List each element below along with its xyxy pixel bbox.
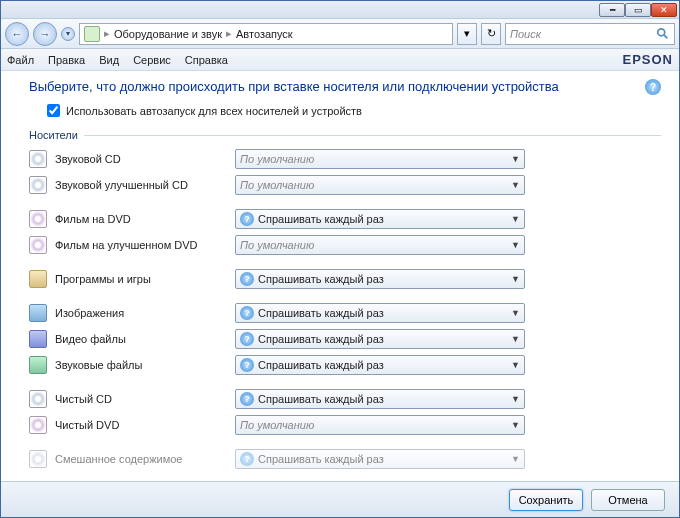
- row-blank-cd: Чистый CD ? Спрашивать каждый раз ▼: [29, 387, 661, 411]
- chevron-down-icon: ▼: [511, 394, 520, 404]
- question-icon: ?: [240, 392, 254, 406]
- cd-icon: [29, 390, 47, 408]
- label-audio-cd: Звуковой CD: [55, 153, 235, 165]
- combo-software-games[interactable]: ? Спрашивать каждый раз ▼: [235, 269, 525, 289]
- label-software-games: Программы и игры: [55, 273, 235, 285]
- chevron-right-icon: ▸: [104, 27, 110, 40]
- combo-blank-cd[interactable]: ? Спрашивать каждый раз ▼: [235, 389, 525, 409]
- dvd-icon: [29, 236, 47, 254]
- menu-view[interactable]: Вид: [99, 54, 119, 66]
- row-enhanced-dvd-movie: Фильм на улучшенном DVD По умолчанию ▼: [29, 233, 661, 257]
- maximize-button[interactable]: ▭: [625, 3, 651, 17]
- row-blank-dvd: Чистый DVD По умолчанию ▼: [29, 413, 661, 437]
- question-icon: ?: [240, 306, 254, 320]
- breadcrumb-hardware[interactable]: Оборудование и звук: [114, 28, 222, 40]
- combo-enhanced-audio-cd[interactable]: По умолчанию ▼: [235, 175, 525, 195]
- chevron-down-icon: ▼: [511, 420, 520, 430]
- question-icon: ?: [240, 212, 254, 226]
- svg-point-0: [658, 28, 665, 35]
- row-dvd-movie: Фильм на DVD ? Спрашивать каждый раз ▼: [29, 207, 661, 231]
- titlebar: ━ ▭ ✕: [1, 1, 679, 19]
- menubar: Файл Правка Вид Сервис Справка EPSON: [1, 49, 679, 71]
- combo-mixed[interactable]: ? Спрашивать каждый раз ▼: [235, 449, 525, 469]
- save-button[interactable]: Сохранить: [509, 489, 583, 511]
- control-panel-icon: [84, 26, 100, 42]
- label-blank-cd: Чистый CD: [55, 393, 235, 405]
- forward-button[interactable]: →: [33, 22, 57, 46]
- divider: [84, 135, 661, 136]
- label-video-files: Видео файлы: [55, 333, 235, 345]
- label-enhanced-audio-cd: Звуковой улучшенный CD: [55, 179, 235, 191]
- navbar: ← → ▾ ▸ Оборудование и звук ▸ Автозапуск…: [1, 19, 679, 49]
- use-autoplay-checkbox[interactable]: [47, 104, 60, 117]
- refresh-button[interactable]: ↻: [481, 23, 501, 45]
- combo-video-files[interactable]: ? Спрашивать каждый раз ▼: [235, 329, 525, 349]
- menu-file[interactable]: Файл: [7, 54, 34, 66]
- row-mixed: Смешанное содержимое ? Спрашивать каждый…: [29, 447, 661, 471]
- search-placeholder: Поиск: [510, 28, 541, 40]
- search-icon: [656, 27, 670, 41]
- label-pictures: Изображения: [55, 307, 235, 319]
- video-icon: [29, 330, 47, 348]
- address-dropdown[interactable]: ▾: [457, 23, 477, 45]
- question-icon: ?: [240, 358, 254, 372]
- cancel-button[interactable]: Отмена: [591, 489, 665, 511]
- chevron-down-icon: ▼: [511, 240, 520, 250]
- label-dvd-movie: Фильм на DVD: [55, 213, 235, 225]
- history-dropdown[interactable]: ▾: [61, 27, 75, 41]
- cd-icon: [29, 176, 47, 194]
- question-icon: ?: [240, 452, 254, 466]
- minimize-button[interactable]: ━: [599, 3, 625, 17]
- combo-blank-dvd[interactable]: По умолчанию ▼: [235, 415, 525, 435]
- row-software-games: Программы и игры ? Спрашивать каждый раз…: [29, 267, 661, 291]
- address-bar[interactable]: ▸ Оборудование и звук ▸ Автозапуск: [79, 23, 453, 45]
- row-video-files: Видео файлы ? Спрашивать каждый раз ▼: [29, 327, 661, 351]
- cd-icon: [29, 150, 47, 168]
- pictures-icon: [29, 304, 47, 322]
- label-mixed: Смешанное содержимое: [55, 453, 235, 465]
- autoplay-window: ━ ▭ ✕ ← → ▾ ▸ Оборудование и звук ▸ Авто…: [0, 0, 680, 518]
- chevron-right-icon: ▸: [226, 27, 232, 40]
- brand-label: EPSON: [622, 52, 673, 67]
- chevron-down-icon: ▼: [511, 360, 520, 370]
- media-section-label: Носители: [29, 129, 661, 141]
- content-area: Выберите, что должно происходить при вст…: [1, 71, 679, 481]
- audio-icon: [29, 356, 47, 374]
- menu-help[interactable]: Справка: [185, 54, 228, 66]
- row-pictures: Изображения ? Спрашивать каждый раз ▼: [29, 301, 661, 325]
- question-icon: ?: [240, 272, 254, 286]
- combo-dvd-movie[interactable]: ? Спрашивать каждый раз ▼: [235, 209, 525, 229]
- chevron-down-icon: ▼: [511, 308, 520, 318]
- question-icon: ?: [240, 332, 254, 346]
- combo-audio-cd[interactable]: По умолчанию ▼: [235, 149, 525, 169]
- row-audio-files: Звуковые файлы ? Спрашивать каждый раз ▼: [29, 353, 661, 377]
- combo-pictures[interactable]: ? Спрашивать каждый раз ▼: [235, 303, 525, 323]
- chevron-down-icon: ▼: [511, 274, 520, 284]
- row-enhanced-audio-cd: Звуковой улучшенный CD По умолчанию ▼: [29, 173, 661, 197]
- chevron-down-icon: ▼: [511, 154, 520, 164]
- close-button[interactable]: ✕: [651, 3, 677, 17]
- page-heading: Выберите, что должно происходить при вст…: [29, 79, 645, 94]
- footer: Сохранить Отмена: [1, 481, 679, 517]
- help-icon[interactable]: ?: [645, 79, 661, 95]
- software-icon: [29, 270, 47, 288]
- chevron-down-icon: ▼: [511, 454, 520, 464]
- dvd-icon: [29, 416, 47, 434]
- breadcrumb-autoplay[interactable]: Автозапуск: [236, 28, 293, 40]
- back-button[interactable]: ←: [5, 22, 29, 46]
- combo-audio-files[interactable]: ? Спрашивать каждый раз ▼: [235, 355, 525, 375]
- dvd-icon: [29, 210, 47, 228]
- menu-edit[interactable]: Правка: [48, 54, 85, 66]
- media-rows: Звуковой CD По умолчанию ▼ Звуковой улуч…: [29, 147, 661, 471]
- menu-service[interactable]: Сервис: [133, 54, 171, 66]
- use-autoplay-label: Использовать автозапуск для всех носител…: [66, 105, 362, 117]
- search-input[interactable]: Поиск: [505, 23, 675, 45]
- chevron-down-icon: ▼: [511, 334, 520, 344]
- svg-line-1: [664, 34, 668, 38]
- chevron-down-icon: ▼: [511, 214, 520, 224]
- mixed-icon: [29, 450, 47, 468]
- label-enhanced-dvd-movie: Фильм на улучшенном DVD: [55, 239, 235, 251]
- chevron-down-icon: ▼: [511, 180, 520, 190]
- label-blank-dvd: Чистый DVD: [55, 419, 235, 431]
- combo-enhanced-dvd-movie[interactable]: По умолчанию ▼: [235, 235, 525, 255]
